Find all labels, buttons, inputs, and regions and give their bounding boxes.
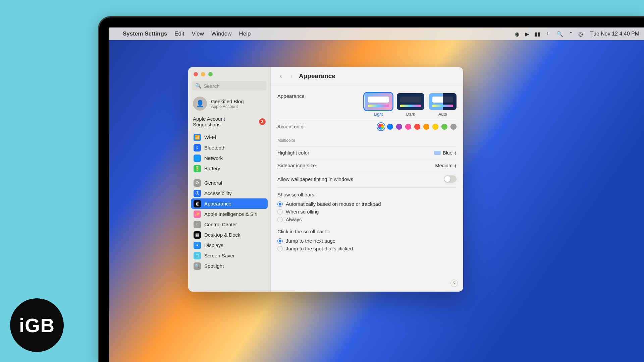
radio-icon — [277, 201, 283, 207]
accessibility-icon: ➀ — [194, 190, 201, 197]
menu-edit[interactable]: Edit — [174, 31, 184, 37]
sidebar-item-battery[interactable]: 🔋Battery — [191, 163, 268, 174]
accent-graphite[interactable] — [450, 124, 457, 130]
appleint-icon: ✨ — [194, 210, 201, 218]
appearance-mode-label: Light — [374, 112, 383, 117]
laptop-bezel: System Settings Edit View Window Help ◉ … — [98, 16, 644, 362]
sidebar-item-accessibility[interactable]: ➀Accessibility — [191, 188, 268, 198]
show-scroll-bars-option-2[interactable]: Always — [277, 216, 457, 223]
nav-forward-button: › — [288, 72, 295, 80]
radio-label: Jump to the spot that's clicked — [286, 246, 353, 251]
accent-color-group — [378, 124, 457, 130]
account-subtitle: Apple Account — [211, 104, 244, 109]
desktopdock-icon: ▦ — [194, 231, 201, 239]
sidebar-item-screensaver[interactable]: ◻Screen Saver — [191, 250, 268, 261]
igb-logo-text: iGB — [19, 314, 55, 337]
show-scroll-bars-title: Show scroll bars — [277, 192, 457, 197]
appearance-mode-label: Auto — [438, 112, 447, 117]
sidebar-item-desktopdock[interactable]: ▦Desktop & Dock — [191, 230, 268, 240]
sidebar-item-label: Bluetooth — [204, 145, 225, 150]
scroll-click-option-0[interactable]: Jump to the next page — [277, 237, 457, 245]
sidebar-item-general[interactable]: ⚙General — [191, 178, 268, 188]
highlight-swatch — [434, 151, 441, 155]
accent-red[interactable] — [414, 124, 420, 130]
sidebar-item-network[interactable]: 🌐Network — [191, 153, 268, 163]
sidebar-item-appearance[interactable]: ◐Appearance — [191, 198, 268, 209]
appearance-mode-label: Appearance — [277, 93, 305, 99]
accent-color-caption: Multicolor — [277, 138, 305, 143]
sidebar-nav-list: 📶Wi-FiᛒBluetooth🌐Network🔋Battery⚙General… — [188, 131, 270, 275]
accent-green[interactable] — [441, 124, 447, 130]
appearance-mode-dark[interactable]: Dark — [397, 93, 424, 117]
screensaver-icon: ◻ — [194, 252, 201, 259]
sidebar-item-spotlight[interactable]: 🔍Spotlight — [191, 261, 268, 271]
igb-watermark: iGB — [10, 298, 64, 352]
recording-icon[interactable]: ◉ — [515, 31, 520, 37]
apple-account-suggestions[interactable]: Apple Account Suggestions 2 — [188, 115, 270, 131]
radio-icon — [277, 209, 283, 215]
minimize-button[interactable] — [201, 72, 205, 76]
search-placeholder: Search — [204, 83, 220, 89]
menu-window[interactable]: Window — [211, 31, 231, 37]
settings-content: ‹ › Appearance Appearance LightDarkAuto … — [271, 67, 463, 292]
appearance-mode-light[interactable]: Light — [365, 93, 392, 117]
appearance-icon: ◐ — [194, 200, 201, 207]
menu-view[interactable]: View — [192, 31, 204, 37]
menubar-status-area: ◉ ▶ ▮▮ ᯤ 🔍 ⌃ ◎ — [515, 31, 583, 37]
settings-sidebar: 🔍 Search 👤 Geekified Blog Apple Account … — [188, 67, 271, 292]
accent-multicolor[interactable] — [378, 124, 384, 130]
radio-label: Jump to the next page — [286, 238, 335, 244]
sidebar-item-wifi[interactable]: 📶Wi-Fi — [191, 132, 268, 142]
appearance-mode-auto[interactable]: Auto — [429, 93, 457, 117]
menubar-app-name[interactable]: System Settings — [123, 31, 167, 37]
displays-icon: ☀ — [194, 242, 201, 249]
sidebar-item-appleint[interactable]: ✨Apple Intelligence & Siri — [191, 209, 268, 219]
battery-icon[interactable]: ▮▮ — [534, 31, 540, 37]
appearance-mode-group: LightDarkAuto — [365, 93, 457, 117]
spotlight-icon[interactable]: 🔍 — [556, 31, 563, 37]
sidebar-item-label: Wi-Fi — [204, 134, 216, 140]
sidebar-icon-size-dropdown[interactable]: Medium ▴▾ — [435, 163, 457, 168]
siri-icon[interactable]: ◎ — [578, 31, 583, 37]
suggestions-badge: 2 — [259, 118, 266, 125]
accent-blue[interactable] — [387, 124, 393, 130]
window-traffic-lights — [188, 67, 270, 80]
sidebar-item-bluetooth[interactable]: ᛒBluetooth — [191, 142, 268, 153]
bluetooth-icon: ᛒ — [194, 144, 201, 152]
account-name: Geekified Blog — [211, 99, 244, 104]
system-settings-window: 🔍 Search 👤 Geekified Blog Apple Account … — [188, 67, 463, 292]
nav-back-button[interactable]: ‹ — [277, 72, 284, 80]
highlight-color-dropdown[interactable]: Blue ▴▾ — [434, 150, 457, 156]
radio-icon — [277, 246, 283, 251]
menu-help[interactable]: Help — [239, 31, 251, 37]
wifi-icon[interactable]: ᯤ — [546, 31, 551, 37]
chevron-updown-icon: ▴▾ — [454, 151, 457, 155]
show-scroll-bars-option-1[interactable]: When scrolling — [277, 208, 457, 216]
sidebar-item-label: Control Center — [204, 222, 237, 227]
wallpaper-tinting-switch[interactable] — [444, 175, 457, 183]
show-scroll-bars-option-0[interactable]: Automatically based on mouse or trackpad — [277, 200, 457, 208]
zoom-button[interactable] — [208, 72, 213, 76]
menubar-clock[interactable]: Tue Nov 12 4:40 PM — [590, 31, 639, 37]
control-center-icon[interactable]: ⌃ — [569, 31, 573, 37]
help-button[interactable]: ? — [450, 280, 458, 287]
suggestions-label: Apple Account Suggestions — [193, 116, 243, 127]
sidebar-item-controlcenter[interactable]: ⌗Control Center — [191, 219, 268, 230]
apple-account-row[interactable]: 👤 Geekified Blog Apple Account — [188, 94, 270, 115]
scroll-click-option-1[interactable]: Jump to the spot that's clicked — [277, 245, 457, 252]
search-input[interactable]: 🔍 Search — [192, 81, 266, 90]
sidebar-item-label: Appearance — [204, 201, 231, 206]
content-titlebar: ‹ › Appearance — [271, 67, 463, 85]
accent-yellow[interactable] — [432, 124, 438, 130]
accent-purple[interactable] — [396, 124, 402, 130]
now-playing-icon[interactable]: ▶ — [525, 31, 529, 37]
sidebar-icon-size-label: Sidebar icon size — [277, 163, 316, 168]
accent-orange[interactable] — [423, 124, 429, 130]
spotlight-icon: 🔍 — [194, 262, 201, 270]
sidebar-item-displays[interactable]: ☀Displays — [191, 240, 268, 250]
wifi-icon: 📶 — [194, 134, 201, 141]
sidebar-item-label: Battery — [204, 166, 220, 171]
close-button[interactable] — [194, 72, 198, 76]
accent-pink[interactable] — [405, 124, 411, 130]
scroll-click-title: Click in the scroll bar to — [277, 229, 457, 234]
